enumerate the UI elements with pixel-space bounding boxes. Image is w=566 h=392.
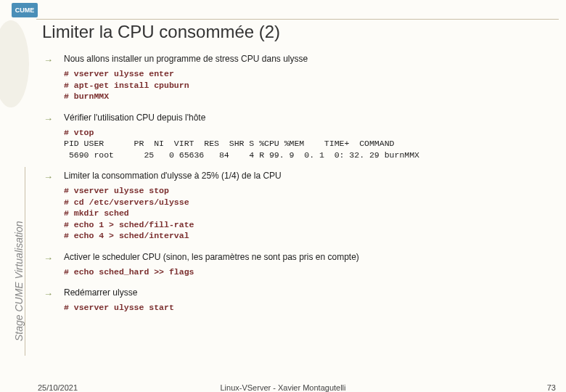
bullet-item: → Vérifier l'utilisation CPU depuis l'hô… [44, 113, 551, 124]
bullet-text: Activer le scheduler CPU (sinon, les par… [64, 252, 359, 264]
content-area: → Nous allons installer un programme de … [44, 54, 551, 324]
code-install: # vserver ulysse enter # apt-get install… [64, 68, 551, 102]
code-start: # vserver ulysse start [64, 302, 551, 314]
bullet-text: Vérifier l'utilisation CPU depuis l'hôte [64, 113, 205, 124]
accent-shape [0, 20, 29, 107]
sidebar-line [25, 167, 25, 356]
vtop-command: # vtop [64, 128, 94, 137]
code-flags: # echo sched_hard >> flags [64, 266, 551, 278]
bullet-text: Redémarrer ulysse [64, 287, 137, 299]
page-title: Limiter la CPU consommée (2) [42, 22, 280, 42]
top-border [36, 19, 559, 20]
vtop-output: PID USER PR NI VIRT RES SHR S %CPU %MEM … [64, 139, 419, 160]
code-vtop: # vtop PID USER PR NI VIRT RES SHR S %CP… [64, 127, 551, 161]
arrow-icon: → [44, 287, 64, 299]
bullet-text: Nous allons installer un programme de st… [64, 54, 308, 65]
footer-date: 25/10/2021 [38, 383, 78, 392]
logo-badge: CUME [12, 3, 38, 17]
code-sched: # vserver ulysse stop # cd /etc/vservers… [64, 185, 551, 242]
sidebar-label: Stage CUME Virtualisation [13, 221, 25, 341]
bullet-item: → Activer le scheduler CPU (sinon, les p… [44, 252, 551, 264]
arrow-icon: → [44, 171, 64, 182]
bullet-item: → Redémarrer ulysse [44, 287, 551, 299]
arrow-icon: → [44, 54, 64, 65]
footer-center: Linux-VServer - Xavier Montagutelli [220, 383, 345, 392]
footer-page: 73 [547, 383, 556, 392]
arrow-icon: → [44, 252, 64, 264]
bullet-item: → Nous allons installer un programme de … [44, 54, 551, 65]
bullet-item: → Limiter la consommation d'ulysse à 25%… [44, 171, 551, 182]
arrow-icon: → [44, 113, 64, 124]
bullet-text: Limiter la consommation d'ulysse à 25% (… [64, 171, 282, 182]
